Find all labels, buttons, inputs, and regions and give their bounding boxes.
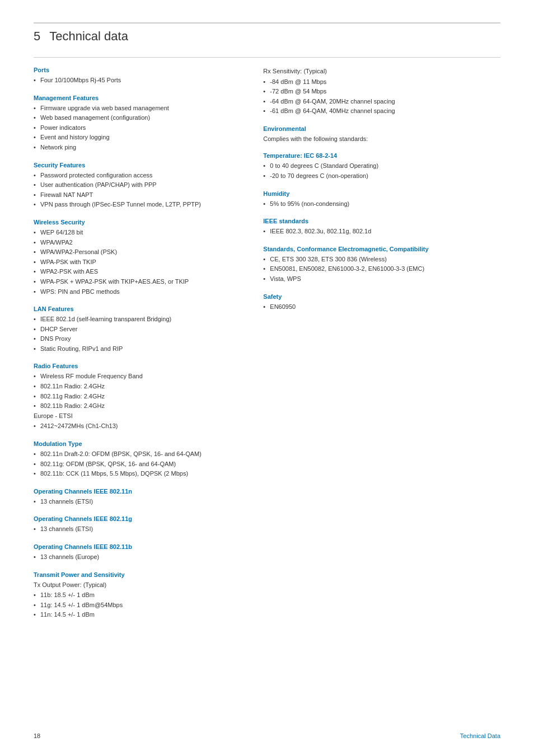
section-divider [34,57,500,58]
section-security: Security FeaturesPassword protected conf… [34,162,246,210]
section-humidity: Humidity5% to 95% (non-condensing) [263,190,500,209]
section-list-ieee: IEEE 802.3, 802.3u, 802.11g, 802.1d [263,227,500,237]
list-item: DNS Proxy [34,334,246,344]
list-item: WPA2-PSK with AES [34,267,246,277]
page-title: Technical data [49,29,128,44]
page-number: 18 [34,732,40,739]
section-title-transmit: Transmit Power and Sensitivity [34,571,246,578]
list-item: VPN pass through (IPSec-ESP Tunnel mode,… [34,200,246,210]
section-list-wireless-security: WEP 64/128 bitWPA/WPA2WPA/WPA2-Personal … [34,228,246,297]
section-temperature: Temperature: IEC 68-2-140 to 40 degrees … [263,152,500,181]
section-list-standards-emc: CE, ETS 300 328, ETS 300 836 (Wireless)E… [263,255,500,284]
list-item: -84 dBm @ 11 Mbps [263,77,500,87]
section-title-lan: LAN Features [34,306,246,312]
list-item: WPA/WPA2-Personal (PSK) [34,247,246,257]
section-list-transmit: 11b: 18.5 +/- 1 dBm11g: 14.5 +/- 1 dBm@5… [34,590,246,620]
section-extra-text-radio: Europe - ETSI [34,411,246,421]
list-item: WPA-PSK + WPA2-PSK with TKIP+AES.AES, or… [34,277,246,287]
section-title-ports: Ports [34,67,246,73]
section-list-channels-b: 13 channels (Europe) [34,552,246,562]
list-item: 5% to 95% (non-condensing) [263,199,500,209]
section-ieee: IEEE standardsIEEE 802.3, 802.3u, 802.11… [263,218,500,237]
left-column: PortsFour 10/100Mbps Rj-45 PortsManageme… [34,67,257,629]
list-item: Static Routing, RIPv1 and RIP [34,344,246,354]
section-title-ieee: IEEE standards [263,218,500,224]
list-item: 802.11g Radio: 2.4GHz [34,392,246,402]
list-item: 11g: 14.5 +/- 1 dBm@54Mbps [34,600,246,611]
section-channels-n: Operating Channels IEEE 802.11n13 channe… [34,488,246,507]
list-item: 802.11g: OFDM (BPSK, QPSK, 16- and 64-QA… [34,459,246,469]
list-item: Four 10/100Mbps Rj-45 Ports [34,76,246,86]
list-item: -61 dBm @ 64-QAM, 40MHz channel spacing [263,106,500,116]
section-title-channels-g: Operating Channels IEEE 802.11g [34,515,246,522]
section-lan: LAN FeaturesIEEE 802.1d (self-learning t… [34,306,246,354]
two-column-layout: PortsFour 10/100Mbps Rj-45 PortsManageme… [34,67,500,629]
list-item: -72 dBm @ 54 Mbps [263,87,500,97]
section-list-security: Password protected configuration accessU… [34,171,246,210]
section-title-modulation: Modulation Type [34,440,246,447]
section-title-wireless-security: Wireless Security [34,219,246,226]
section-title-channels-n: Operating Channels IEEE 802.11n [34,488,246,495]
section-title-radio: Radio Features [34,363,246,369]
list-item: CE, ETS 300 328, ETS 300 836 (Wireless) [263,255,500,265]
section-management: Management FeaturesFirmware upgrade via … [34,95,246,153]
section-title-humidity: Humidity [263,190,500,197]
section-channels-g: Operating Channels IEEE 802.11g13 channe… [34,515,246,534]
list-item: -20 to 70 degrees C (non-operation) [263,171,500,181]
section-list-temperature: 0 to 40 degrees C (Standard Operating)-2… [263,161,500,181]
section-radio: Radio FeaturesWireless RF module Frequen… [34,363,246,431]
list-item: 11n: 14.5 +/- 1 dBm [34,610,246,620]
list-item: 13 channels (Europe) [34,552,246,562]
list-item: 2412~2472MHs (Ch1-Ch13) [34,421,246,431]
list-item: Power indicators [34,123,246,133]
list-item: WPS: PIN and PBC methods [34,287,246,297]
section-list-safety: EN60950 [263,302,500,312]
rx-list: -84 dBm @ 11 Mbps-72 dBm @ 54 Mbps-64 dB… [263,77,500,116]
page-header: 5 Technical data [34,22,500,46]
footer-section-name: Technical Data [460,732,500,739]
list-item: EN60950 [263,302,500,312]
section-list-radio: Wireless RF module Frequency Band802.11n… [34,372,246,411]
section-safety: SafetyEN60950 [263,293,500,312]
section-extra-list-radio: 2412~2472MHs (Ch1-Ch13) [34,421,246,431]
section-wireless-security: Wireless SecurityWEP 64/128 bitWPA/WPA2W… [34,219,246,297]
section-title-security: Security Features [34,162,246,168]
chapter-number: 5 [34,29,40,44]
section-list-lan: IEEE 802.1d (self-learning transparent B… [34,314,246,354]
section-list-channels-g: 13 channels (ETSI) [34,524,246,534]
list-item: Web based management (configuration) [34,113,246,123]
page: 5 Technical data PortsFour 10/100Mbps Rj… [0,0,534,756]
section-modulation: Modulation Type802.11n Draft-2.0: OFDM (… [34,440,246,479]
section-channels-b: Operating Channels IEEE 802.11b13 channe… [34,543,246,562]
list-item: 11b: 18.5 +/- 1 dBm [34,590,246,600]
section-pretext-environmental: Complies with the following standards: [263,134,500,144]
section-title-channels-b: Operating Channels IEEE 802.11b [34,543,246,550]
section-title-environmental: Environmental [263,125,500,132]
section-standards-emc: Standards, Conformance Electromagnetic, … [263,246,500,284]
section-list-humidity: 5% to 95% (non-condensing) [263,199,500,209]
list-item: 802.11b Radio: 2.4GHz [34,401,246,411]
page-footer: 18 Technical Data [34,732,500,739]
list-item: User authentication (PAP/CHAP) with PPP [34,180,246,190]
list-item: Network ping [34,143,246,153]
list-item: DHCP Server [34,325,246,335]
section-title-management: Management Features [34,95,246,101]
list-item: 13 channels (ETSI) [34,524,246,534]
list-item: Firewall NAT NAPT [34,190,246,200]
right-column: Rx Sensitivity: (Typical)-84 dBm @ 11 Mb… [257,67,500,629]
section-list-ports: Four 10/100Mbps Rj-45 Ports [34,76,246,86]
list-item: 0 to 40 degrees C (Standard Operating) [263,161,500,171]
section-transmit: Transmit Power and SensitivityTx Output … [34,571,246,620]
section-ports: PortsFour 10/100Mbps Rj-45 Ports [34,67,246,86]
list-item: WPA-PSK with TKIP [34,257,246,267]
section-list-management: Firmware upgrade via web based managemen… [34,104,246,153]
section-rx: Rx Sensitivity: (Typical)-84 dBm @ 11 Mb… [263,67,500,116]
list-item: Firmware upgrade via web based managemen… [34,104,246,114]
list-item: WEP 64/128 bit [34,228,246,238]
list-item: Event and history logging [34,133,246,143]
list-item: Wireless RF module Frequency Band [34,372,246,382]
list-item: 802.11n Draft-2.0: OFDM (BPSK, QPSK, 16-… [34,449,246,459]
section-list-channels-n: 13 channels (ETSI) [34,497,246,507]
list-item: 802.11n Radio: 2.4GHz [34,382,246,392]
rx-pretext: Rx Sensitivity: (Typical) [263,67,500,76]
